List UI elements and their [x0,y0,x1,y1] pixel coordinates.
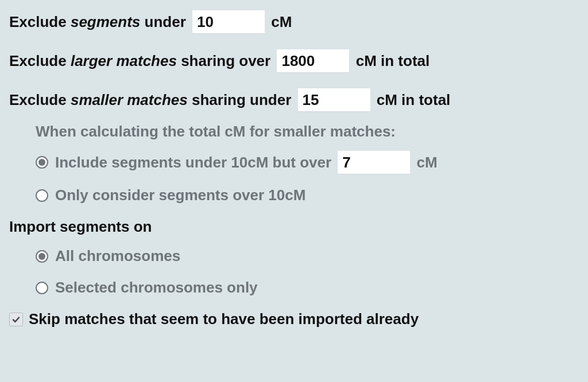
import-option-all-label: All chromosomes [55,246,180,266]
exclude-smaller-prefix: Exclude [9,91,71,108]
smaller-option-include-suffix: cM [417,154,438,171]
checkbox-icon[interactable] [9,313,23,326]
import-options: All chromosomes Selected chromosomes onl… [36,246,578,298]
smaller-subgroup-heading: When calculating the total cM for smalle… [36,122,578,142]
import-option-selected[interactable]: Selected chromosomes only [36,278,578,298]
exclude-smaller-row: Exclude smaller matches sharing under cM… [9,88,578,111]
exclude-larger-suffix: cM in total [356,52,430,69]
exclude-larger-emph: larger matches [71,52,177,69]
import-option-selected-label: Selected chromosomes only [55,278,258,298]
exclude-segments-input[interactable] [192,10,265,33]
smaller-option-only[interactable]: Only consider segments over 10cM [36,185,578,205]
exclude-larger-row: Exclude larger matches sharing over cM i… [9,49,578,72]
exclude-segments-emph: segments [71,13,140,30]
radio-icon[interactable] [36,156,48,169]
exclude-smaller-emph: smaller matches [71,91,188,108]
import-section-label: Import segments on [9,217,578,237]
exclude-segments-mid: under [140,13,185,30]
exclude-larger-mid: sharing over [177,52,270,69]
smaller-subgroup: When calculating the total cM for smalle… [36,122,578,205]
exclude-larger-input[interactable] [277,49,349,72]
smaller-option-include[interactable]: Include segments under 10cM but over cM [36,151,578,174]
smaller-option-only-label: Only consider segments over 10cM [55,185,305,205]
smaller-option-include-prefix: Include segments under 10cM but over [55,154,331,171]
exclude-segments-suffix: cM [271,13,292,30]
skip-matches-label: Skip matches that seem to have been impo… [29,309,419,329]
radio-icon[interactable] [36,189,48,202]
skip-matches-row[interactable]: Skip matches that seem to have been impo… [9,309,578,329]
radio-icon[interactable] [36,250,48,263]
exclude-smaller-input[interactable] [298,88,370,111]
exclude-segments-row: Exclude segments under cM [9,10,578,33]
exclude-smaller-mid: sharing under [188,91,292,108]
smaller-include-threshold-input[interactable] [338,151,410,174]
exclude-segments-prefix: Exclude [9,13,71,30]
exclude-smaller-suffix: cM in total [377,91,451,108]
radio-icon[interactable] [36,282,48,294]
exclude-larger-prefix: Exclude [9,52,71,69]
import-option-all[interactable]: All chromosomes [36,246,578,266]
